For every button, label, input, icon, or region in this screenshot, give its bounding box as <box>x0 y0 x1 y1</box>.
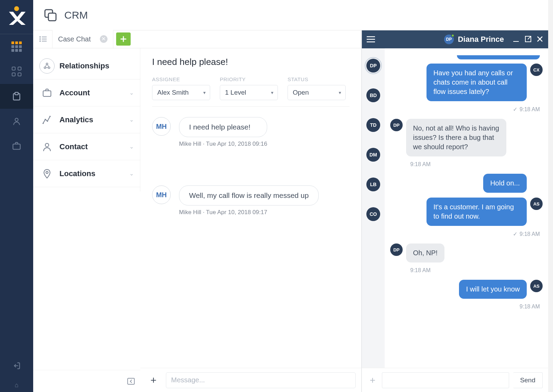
chat-bubble: Oh, NP! <box>406 243 444 262</box>
nav-item-account[interactable]: Account ⌄ <box>33 79 140 106</box>
rail-briefcase-button[interactable] <box>0 134 33 159</box>
chat-bubble: No, not at all! Who is having issues? Is… <box>406 119 506 156</box>
tab-bar: Case Chat ✕ <box>33 30 140 48</box>
nav-item-contact[interactable]: Contact ⌄ <box>33 133 140 160</box>
message-input[interactable] <box>166 372 356 388</box>
nav-item-locations[interactable]: Locations ⌄ <box>33 160 140 187</box>
nav-label: Contact <box>59 142 129 151</box>
case-message-row: MHI need help please!Mike Hill · Tue Apr… <box>152 117 349 147</box>
header: CRM <box>33 0 548 30</box>
caret-down-icon: ▾ <box>339 90 341 95</box>
close-icon[interactable] <box>536 36 543 43</box>
svg-rect-12 <box>42 41 47 41</box>
nav-item-relationships[interactable]: Relationships <box>33 52 140 79</box>
svg-rect-16 <box>43 90 51 96</box>
tab-list-icon[interactable] <box>33 30 53 48</box>
case-messages: MHI need help please!Mike Hill · Tue Apr… <box>152 107 349 368</box>
timestamp: 9:18 AM <box>390 304 540 310</box>
chat-message: ASI will let you know <box>390 280 543 299</box>
timestamp: 9:18 AM <box>410 267 540 274</box>
chevron-down-icon: ⌄ <box>129 116 134 123</box>
popout-icon[interactable] <box>525 36 532 43</box>
nav-label: Account <box>59 88 129 97</box>
close-icon[interactable]: ✕ <box>100 35 107 43</box>
svg-rect-26 <box>367 41 375 42</box>
svg-point-19 <box>47 120 48 122</box>
attach-button[interactable]: + <box>146 373 161 388</box>
contact-badge[interactable]: DM <box>366 148 380 162</box>
chat-participant[interactable]: DP Diana Prince <box>444 35 504 44</box>
tab-case-chat[interactable]: Case Chat ✕ <box>53 30 113 48</box>
avatar: MH <box>152 185 171 204</box>
status-caption: STATUS <box>288 76 346 82</box>
send-button[interactable]: Send <box>513 372 543 388</box>
rail-profile-button[interactable] <box>0 109 33 134</box>
secondary-nav-footer <box>33 370 140 392</box>
assignee-select[interactable]: Alex Smith▾ <box>152 85 210 100</box>
chat-message: DPOh, NP! <box>390 243 543 262</box>
chat-header: DP Diana Prince <box>362 30 548 48</box>
chevron-down-icon: ⌄ <box>129 143 134 150</box>
svg-point-15 <box>48 67 50 68</box>
contact-badge[interactable]: DP <box>366 59 380 73</box>
svg-point-18 <box>45 118 46 120</box>
message-bubble: I need help please! <box>179 117 267 137</box>
svg-rect-24 <box>367 36 375 37</box>
briefcase-icon <box>39 85 55 101</box>
nav-label: Locations <box>59 169 129 178</box>
chat-bubble: I will let you know <box>459 280 527 299</box>
chat-message: Hold on... <box>390 174 543 193</box>
rail-apps-button[interactable] <box>0 34 33 59</box>
avatar: CX <box>530 64 543 76</box>
case-compose: + <box>140 368 361 392</box>
chevron-down-icon: ⌄ <box>129 89 134 96</box>
chat-bubble: It's a customer. I am going to find out … <box>427 198 527 226</box>
chat-message: ASIt's a customer. I am going to find ou… <box>390 198 543 226</box>
minimize-icon[interactable] <box>512 36 520 43</box>
presence-dot <box>451 34 454 37</box>
chevron-down-icon: ⌄ <box>129 170 134 177</box>
avatar: AS <box>530 280 543 292</box>
timestamp: ✓9:18 AM <box>390 106 540 113</box>
relationships-icon <box>39 58 55 74</box>
svg-point-17 <box>43 123 44 124</box>
rail-modules-button[interactable] <box>0 59 33 84</box>
avatar: DP <box>390 119 403 131</box>
svg-point-7 <box>39 36 41 38</box>
chat-bubble: Hold on... <box>483 174 527 193</box>
brand-logo[interactable] <box>7 6 26 25</box>
check-icon: ✓ <box>513 106 517 112</box>
body: Case Chat ✕ Relationships Account ⌄ <box>33 30 548 392</box>
rail-logout-button[interactable] <box>0 353 33 378</box>
message-bubble: Well, my call flow is really messed up <box>179 185 319 205</box>
chat-attach-button[interactable]: + <box>367 375 378 385</box>
page-title: CRM <box>64 9 88 21</box>
status-select[interactable]: Open▾ <box>288 85 346 100</box>
contact-badge[interactable]: BD <box>366 88 380 102</box>
rail-crm-button[interactable] <box>0 84 33 109</box>
check-icon: ✓ <box>513 231 517 237</box>
priority-select[interactable]: 1 Level▾ <box>220 85 278 100</box>
avatar: DP <box>390 243 403 256</box>
svg-rect-2 <box>15 92 18 95</box>
chat-input[interactable] <box>382 372 509 388</box>
window-scrollbar[interactable] <box>548 0 553 392</box>
chat-thread[interactable]: CXHave you had any calls or chats come i… <box>385 48 548 368</box>
contact-badge[interactable]: LB <box>366 178 380 191</box>
rail-home-icon[interactable]: ⌂ <box>0 378 33 392</box>
add-tab-button[interactable] <box>116 32 131 46</box>
case-title: I need help please! <box>152 57 349 67</box>
contact-badge[interactable]: CO <box>366 207 380 221</box>
nav-label: Relationships <box>59 61 134 70</box>
contact-badge[interactable]: TD <box>366 118 380 132</box>
chat-bubble: Have you had any calls or chats come in … <box>427 64 527 101</box>
caret-down-icon: ▾ <box>203 90 206 95</box>
svg-point-9 <box>39 38 41 40</box>
chat-message: DPNo, not at all! Who is having issues? … <box>390 119 543 156</box>
message-meta: Mike Hill · Tue Apr 10, 2018 09:16 <box>179 141 267 147</box>
nav-item-analytics[interactable]: Analytics ⌄ <box>33 106 140 133</box>
nav-list: Relationships Account ⌄ Analytics ⌄ Cont… <box>33 48 140 191</box>
nav-label: Analytics <box>59 115 129 124</box>
collapse-icon[interactable] <box>126 377 135 386</box>
hamburger-icon[interactable] <box>367 36 375 43</box>
